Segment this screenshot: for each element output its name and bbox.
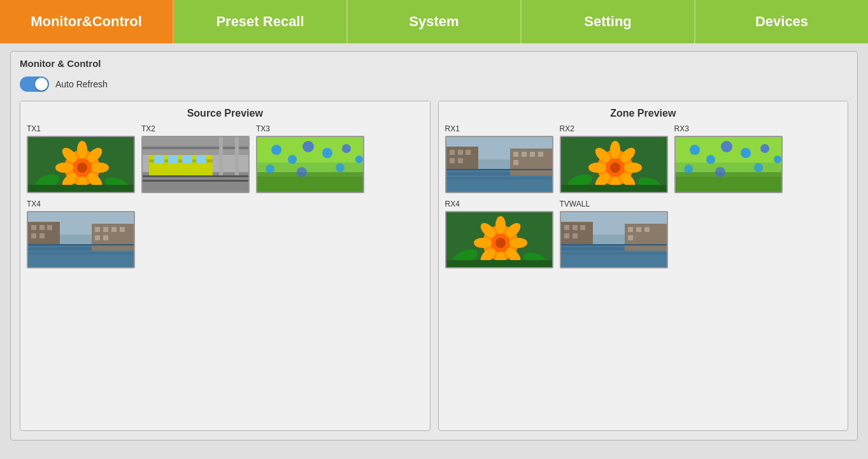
rx3-label: RX3 bbox=[674, 124, 783, 133]
svg-point-82 bbox=[610, 163, 620, 173]
source-preview-scroll[interactable]: TX1 bbox=[20, 124, 430, 430]
svg-point-101 bbox=[760, 144, 769, 153]
svg-rect-57 bbox=[120, 227, 125, 232]
svg-rect-75 bbox=[530, 152, 535, 157]
zone-item-rx1: RX1 bbox=[445, 124, 553, 193]
svg-point-98 bbox=[706, 155, 715, 164]
svg-point-39 bbox=[297, 167, 307, 177]
svg-point-33 bbox=[288, 155, 297, 164]
zone-item-rx3: RX3 bbox=[674, 124, 783, 193]
svg-rect-66 bbox=[466, 150, 471, 155]
tvwall-thumbnail[interactable] bbox=[560, 211, 668, 268]
svg-rect-129 bbox=[573, 233, 578, 238]
svg-rect-132 bbox=[561, 252, 668, 254]
svg-rect-121 bbox=[446, 260, 553, 268]
svg-point-103 bbox=[684, 164, 693, 173]
svg-rect-138 bbox=[561, 244, 668, 245]
svg-rect-52 bbox=[28, 252, 135, 254]
svg-point-111 bbox=[495, 216, 506, 234]
svg-rect-45 bbox=[31, 225, 36, 230]
zone-thumb-grid: RX1 bbox=[445, 124, 842, 268]
svg-rect-64 bbox=[450, 150, 455, 155]
svg-point-10 bbox=[55, 163, 73, 173]
svg-rect-27 bbox=[219, 137, 223, 175]
source-preview-title: Source Preview bbox=[20, 101, 430, 124]
rx3-thumbnail[interactable] bbox=[674, 136, 783, 193]
auto-refresh-label: Auto Refresh bbox=[55, 79, 108, 89]
tab-preset-recall[interactable]: Preset Recall bbox=[174, 0, 348, 43]
svg-rect-136 bbox=[644, 227, 650, 232]
svg-rect-47 bbox=[47, 225, 52, 230]
tx1-label: TX1 bbox=[27, 124, 135, 133]
svg-rect-106 bbox=[676, 177, 783, 193]
svg-rect-134 bbox=[628, 227, 633, 232]
svg-rect-22 bbox=[196, 156, 206, 163]
svg-point-113 bbox=[509, 238, 527, 248]
svg-point-105 bbox=[754, 163, 763, 172]
svg-point-85 bbox=[624, 163, 642, 173]
tab-monitor-control[interactable]: Monitor&Control bbox=[0, 0, 174, 43]
rx1-label: RX1 bbox=[445, 124, 553, 133]
svg-rect-23 bbox=[143, 175, 250, 177]
svg-point-100 bbox=[741, 148, 751, 158]
svg-rect-21 bbox=[182, 156, 192, 163]
svg-point-32 bbox=[271, 145, 281, 155]
source-preview-panel: Source Preview TX1 bbox=[20, 101, 430, 431]
svg-rect-55 bbox=[103, 227, 108, 232]
svg-point-6 bbox=[91, 163, 109, 173]
svg-rect-60 bbox=[28, 244, 135, 245]
svg-rect-71 bbox=[446, 177, 553, 179]
tx4-thumbnail[interactable] bbox=[27, 211, 135, 268]
preview-row: Source Preview TX1 bbox=[20, 101, 848, 431]
svg-rect-127 bbox=[580, 225, 585, 230]
svg-point-35 bbox=[322, 148, 332, 158]
svg-point-97 bbox=[690, 145, 700, 155]
svg-point-104 bbox=[715, 167, 725, 177]
svg-rect-20 bbox=[168, 156, 178, 163]
svg-rect-24 bbox=[143, 180, 250, 182]
auto-refresh-row: Auto Refresh bbox=[20, 76, 848, 92]
auto-refresh-toggle[interactable] bbox=[20, 76, 49, 92]
svg-rect-135 bbox=[636, 227, 641, 232]
svg-rect-68 bbox=[458, 158, 463, 163]
tab-system[interactable]: System bbox=[348, 0, 522, 43]
svg-rect-74 bbox=[522, 152, 527, 157]
svg-rect-58 bbox=[95, 235, 100, 240]
svg-point-36 bbox=[342, 144, 351, 153]
section-box: Monitor & Control Auto Refresh Source Pr… bbox=[10, 51, 858, 441]
svg-rect-54 bbox=[95, 227, 100, 232]
svg-rect-78 bbox=[446, 169, 553, 170]
svg-rect-73 bbox=[513, 152, 518, 157]
toggle-thumb bbox=[35, 78, 48, 91]
zone-preview-scroll[interactable]: RX1 bbox=[439, 124, 848, 430]
tx3-thumbnail[interactable] bbox=[256, 136, 364, 193]
svg-point-37 bbox=[355, 156, 363, 163]
tx2-label: TX2 bbox=[141, 124, 250, 133]
zone-preview-panel: Zone Preview RX1 bbox=[438, 101, 849, 431]
tab-setting[interactable]: Setting bbox=[522, 0, 695, 43]
zone-preview-title: Zone Preview bbox=[439, 101, 848, 124]
rx2-thumbnail[interactable] bbox=[560, 136, 668, 193]
svg-point-34 bbox=[302, 141, 314, 152]
source-item-tx2: TX2 bbox=[141, 124, 250, 193]
svg-point-102 bbox=[774, 156, 781, 163]
rx4-label: RX4 bbox=[445, 200, 553, 208]
rx4-thumbnail[interactable] bbox=[445, 211, 553, 268]
tab-devices[interactable]: Devices bbox=[695, 0, 868, 43]
tx1-thumbnail[interactable] bbox=[27, 136, 135, 193]
svg-point-89 bbox=[588, 163, 606, 173]
svg-rect-46 bbox=[39, 225, 45, 230]
rx2-label: RX2 bbox=[560, 124, 668, 133]
tx2-thumbnail[interactable] bbox=[141, 136, 250, 193]
source-item-tx1: TX1 bbox=[27, 124, 135, 193]
svg-point-110 bbox=[495, 238, 506, 248]
source-item-tx3: TX3 bbox=[256, 124, 364, 193]
zone-item-tvwall: TVWALL bbox=[560, 200, 668, 268]
rx1-thumbnail[interactable] bbox=[445, 136, 553, 193]
tx4-label: TX4 bbox=[27, 200, 135, 208]
nav-bar: Monitor&Control Preset Recall System Set… bbox=[0, 0, 868, 43]
svg-rect-19 bbox=[154, 156, 164, 163]
svg-rect-14 bbox=[28, 185, 135, 193]
svg-rect-67 bbox=[450, 158, 455, 163]
svg-rect-28 bbox=[235, 137, 239, 175]
